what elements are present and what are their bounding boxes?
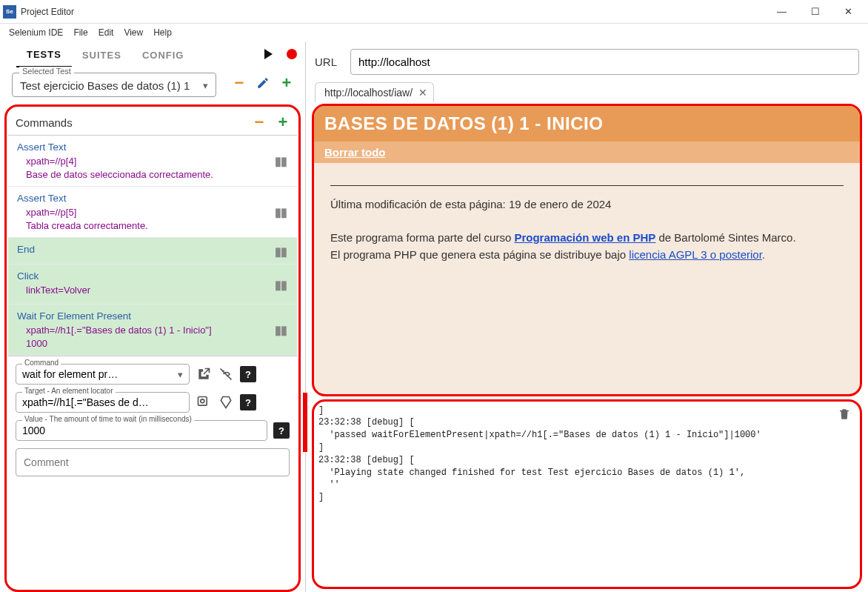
pause-icon: ▮▮ [275,323,287,337]
svg-point-2 [201,399,204,403]
value-field-label: Value - The amount of time to wait (in m… [22,415,194,423]
disable-icon[interactable] [218,366,234,382]
preview-lastmod: Última modificación de esta página: 19 d… [330,196,844,213]
pause-icon: ▮▮ [275,154,287,168]
edit-test-button[interactable] [256,76,270,90]
menubar: Selenium IDE File Edit View Help [0,24,868,41]
tab-suites[interactable]: SUITES [72,44,132,67]
remove-command-button[interactable]: − [253,116,266,129]
preview-line3: El programa PHP que genera esta página s… [330,247,844,264]
svg-point-0 [287,49,297,59]
browser-tab[interactable]: http://localhost/iaw/ ✕ [315,82,434,102]
selected-test-dropdown[interactable]: Test ejercicio Bases de datos (1) 1 ▾ [12,73,216,97]
preview-course-link[interactable]: Programación web en PHP [514,231,655,244]
clear-log-icon[interactable] [838,408,851,425]
remove-test-button[interactable]: − [233,76,246,90]
pause-icon: ▮▮ [275,244,287,258]
target-field-label: Target - An element locator [22,387,116,395]
menu-app[interactable]: Selenium IDE [4,26,67,39]
close-button[interactable]: ✕ [832,1,865,22]
app-icon: Se [3,5,16,19]
titlebar: Se Project Editor — ☐ ✕ [0,0,868,24]
menu-file[interactable]: File [69,26,92,39]
commands-header: Commands [16,116,253,129]
url-label: URL [315,56,337,68]
minimize-button[interactable]: — [765,1,798,22]
add-test-button[interactable]: + [280,76,293,90]
select-target-icon[interactable] [218,394,234,410]
preview-title: BASES DE DATOS (1) 1 - INICIO [314,106,860,142]
help-icon[interactable]: ? [273,422,290,439]
chevron-down-icon: ▾ [203,80,208,91]
find-target-icon[interactable] [196,394,212,410]
value-input[interactable] [22,425,261,436]
command-input[interactable] [22,368,178,380]
log-panel: ] 23:32:38 [debug] [ 'passed waitForElem… [312,399,862,589]
close-tab-icon[interactable]: ✕ [418,87,427,99]
add-command-button[interactable]: + [276,116,290,129]
command-item[interactable]: Assert Text xpath=//p[4] Base de datos s… [8,136,297,187]
command-item[interactable]: Wait For Element Present xpath=//h1[.="B… [8,305,297,356]
left-tabs: TESTS SUITES CONFIG [0,41,305,68]
pause-icon: ▮▮ [275,205,287,219]
preview-license-link[interactable]: licencia AGPL 3 o posterior [629,248,762,261]
browser-tab-label: http://localhost/iaw/ [324,87,413,99]
command-item[interactable]: End ▮▮ [8,238,297,265]
menu-view[interactable]: View [119,26,147,39]
page-preview: BASES DE DATOS (1) 1 - INICIO Borrar tod… [312,104,862,396]
record-icon[interactable] [286,48,298,62]
play-icon[interactable] [262,48,274,62]
command-item[interactable]: Click linkText=Volver ▮▮ [8,265,297,305]
chevron-down-icon[interactable]: ▾ [178,369,183,380]
selected-test-label: Selected Test [19,67,74,76]
comment-input[interactable] [24,456,281,468]
selected-test-value: Test ejercicio Bases de datos (1) 1 [20,79,203,92]
url-input[interactable] [350,49,859,75]
maximize-button[interactable]: ☐ [798,1,832,22]
open-new-icon[interactable] [196,366,212,382]
target-input[interactable] [22,396,183,408]
window-title: Project Editor [21,7,765,17]
commands-list: Assert Text xpath=//p[4] Base de datos s… [8,135,297,356]
preview-line2: Este programa forma parte del curso Prog… [330,230,844,247]
command-field-label: Command [22,359,61,367]
pause-icon: ▮▮ [275,277,287,291]
help-icon[interactable]: ? [240,366,256,382]
menu-help[interactable]: Help [149,26,176,39]
tab-tests[interactable]: TESTS [16,43,72,67]
tab-config[interactable]: CONFIG [132,44,195,67]
preview-borrar-link[interactable]: Borrar todo [324,146,386,159]
menu-edit[interactable]: Edit [94,26,118,39]
command-item[interactable]: Assert Text xpath=//p[5] Tabla creada co… [8,187,297,238]
svg-rect-1 [198,397,207,406]
help-icon[interactable]: ? [240,394,256,410]
